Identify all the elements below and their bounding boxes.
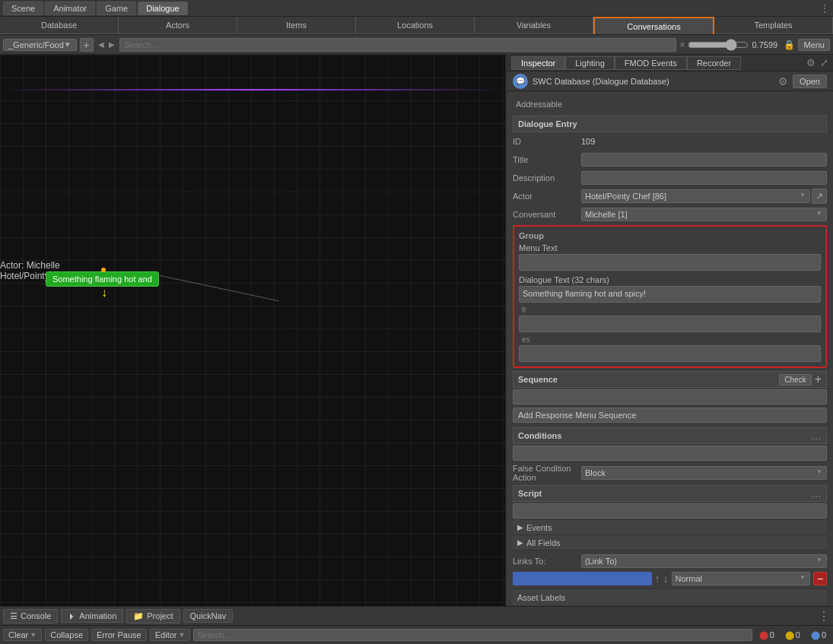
asset-labels-label: Asset Labels (517, 593, 565, 602)
conditions-dots[interactable]: … (811, 430, 822, 442)
tab-inspector[interactable]: Inspector (511, 56, 565, 70)
db-title-label: SWC Database (Dialogue Database) (533, 77, 774, 86)
error-circle-icon: ⬤ (759, 630, 768, 640)
console-icon: ☰ (10, 611, 17, 621)
conversant-row: Conversant Michelle [1] (513, 207, 827, 222)
dialogue-text-value[interactable]: Something flaming hot and spicy! (519, 286, 821, 303)
nav-tab-actors[interactable]: Actors (119, 17, 237, 34)
tab-animation[interactable]: ⏵ Animation (61, 609, 123, 623)
add-button[interactable]: + (80, 38, 94, 52)
sequence-header[interactable]: Sequence Check + (513, 371, 827, 388)
menu-button[interactable]: Menu (798, 39, 830, 51)
false-condition-select[interactable]: Block (581, 466, 827, 480)
expand-icon[interactable]: ⤢ (820, 57, 828, 68)
open-button[interactable]: Open (793, 75, 827, 88)
all-fields-section[interactable]: ▶ All Fields (513, 535, 827, 550)
tab-game[interactable]: Game (97, 2, 136, 15)
script-dots[interactable]: … (811, 487, 822, 500)
group-label: Group (519, 231, 821, 240)
toolbar-dots[interactable]: ⋮ (819, 2, 830, 14)
inspector-tabs: Inspector Lighting FMOD Events Recorder (511, 56, 741, 70)
settings-icon[interactable]: ⚙ (806, 57, 816, 68)
fr-value[interactable] (519, 316, 821, 332)
nav-tab-locations[interactable]: Locations (356, 17, 475, 34)
title-row: Title (513, 152, 827, 167)
tab-console[interactable]: ☰ Console (3, 609, 58, 623)
script-input[interactable] (513, 503, 827, 519)
sequence-input[interactable] (513, 389, 827, 404)
path-arrow-icon: ▼ (64, 40, 72, 49)
actor-select[interactable]: Hotel/Pointy Chef [86] (581, 189, 810, 203)
tab-animator[interactable]: Animator (45, 2, 95, 15)
canvas-area[interactable]: Something flaming hot and ↓ Actor: Miche… (0, 55, 506, 606)
sequence-plus-icon[interactable]: + (815, 373, 822, 386)
link-down-arrow-icon[interactable]: ↓ (663, 573, 669, 585)
addressable-row: Addressable (513, 96, 827, 113)
false-condition-label: False Condition Action (513, 464, 581, 482)
error-pause-btn[interactable]: Error Pause (91, 629, 147, 641)
title-input[interactable] (581, 153, 827, 167)
collapse-label: Collapse (50, 630, 83, 639)
db-settings-icon[interactable]: ⚙ (778, 75, 788, 87)
tab-fmod[interactable]: FMOD Events (615, 56, 687, 70)
collapse-btn[interactable]: Collapse (45, 629, 88, 641)
dialogue-node[interactable]: Something flaming hot and (46, 271, 159, 287)
sequence-label: Sequence (518, 375, 776, 384)
nav-tab-variables[interactable]: Variables (475, 17, 593, 34)
path-button[interactable]: _Generic/Food ▼ (3, 39, 77, 51)
desc-label: Description (513, 173, 581, 182)
info-circle-icon: ⬤ (811, 630, 820, 640)
zoom-slider[interactable] (688, 39, 749, 51)
inspector-header-icons: ⚙ ⤢ (806, 57, 828, 68)
tab-scene[interactable]: Scene (3, 2, 43, 15)
nav-tab-conversations[interactable]: Conversations (593, 17, 714, 34)
tab-lighting[interactable]: Lighting (565, 56, 615, 70)
lock-icon[interactable]: 🔒 (784, 40, 795, 50)
desc-row: Description (513, 170, 827, 186)
tab-quicknav[interactable]: QuickNav (183, 609, 234, 623)
menu-text-value[interactable] (519, 254, 821, 271)
warning-circle-icon: ⬤ (785, 630, 794, 640)
id-label: ID (513, 137, 581, 146)
editor-label: Editor (155, 630, 177, 639)
tab-recorder[interactable]: Recorder (687, 56, 741, 70)
inspector-content: Addressable Dialogue Entry ID 109 Title … (507, 91, 833, 606)
link-up-arrow-icon[interactable]: ↑ (655, 573, 660, 585)
nav-tab-templates[interactable]: Templates (714, 17, 833, 34)
path-label: _Generic/Food (8, 40, 64, 49)
es-value[interactable] (519, 345, 821, 362)
asset-labels-section[interactable]: Asset Labels (513, 588, 827, 605)
bottombar-dots[interactable]: ⋮ (818, 609, 830, 623)
project-label: Project (147, 611, 173, 620)
conditions-input[interactable] (513, 446, 827, 461)
tab-dialogue[interactable]: Dialogue (138, 2, 187, 15)
search-input[interactable] (119, 38, 677, 52)
conversant-select[interactable]: Michelle [1] (581, 208, 827, 221)
script-header[interactable]: Script … (513, 485, 827, 502)
console-search-input[interactable] (193, 629, 752, 641)
link-minus-btn[interactable]: − (813, 572, 827, 585)
nav-tab-database[interactable]: Database (0, 17, 119, 34)
tab-project[interactable]: 📁 Project (126, 609, 180, 623)
grid-overlay-bottom (0, 260, 505, 606)
nav-arrows: ◀ ▶ (97, 39, 116, 50)
clear-btn[interactable]: Clear ▼ (3, 629, 42, 641)
links-to-select[interactable]: (Link To) (581, 554, 827, 568)
node-dot-top (101, 268, 106, 272)
nav-fwd-icon[interactable]: ▶ (107, 39, 116, 50)
normal-select[interactable]: Normal (672, 572, 811, 585)
warning-count: 0 (796, 630, 800, 639)
conditions-header[interactable]: Conditions … (513, 427, 827, 444)
actor-expand-btn[interactable]: ↗ (812, 189, 827, 204)
desc-input[interactable] (581, 171, 827, 185)
animation-label: Animation (79, 611, 116, 620)
nav-tab-items[interactable]: Items (237, 17, 356, 34)
search-clear-icon[interactable]: × (679, 40, 685, 50)
fr-label: fr (522, 306, 821, 314)
nav-back-icon[interactable]: ◀ (97, 39, 106, 50)
add-response-btn[interactable]: Add Response Menu Sequence (513, 408, 827, 423)
check-button[interactable]: Check (779, 374, 811, 385)
events-section[interactable]: ▶ Events (513, 520, 827, 535)
editor-btn[interactable]: Editor ▼ (150, 629, 191, 641)
dialogue-entry-header[interactable]: Dialogue Entry (513, 116, 827, 132)
